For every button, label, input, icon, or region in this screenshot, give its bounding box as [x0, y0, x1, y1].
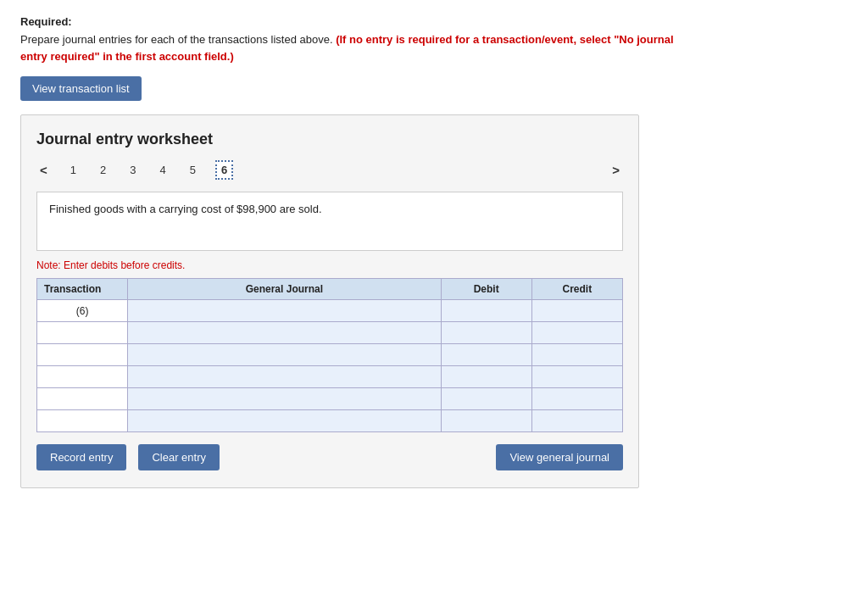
- debit-input[interactable]: [442, 366, 531, 387]
- general-journal-cell[interactable]: [128, 366, 441, 388]
- tab-5[interactable]: 5: [186, 162, 200, 178]
- table-row: [37, 322, 623, 344]
- footer-buttons: Record entry Clear entry View general jo…: [36, 444, 623, 470]
- transaction-cell: [37, 410, 128, 432]
- worksheet-title: Journal entry worksheet: [36, 131, 623, 148]
- table-row: [37, 388, 623, 410]
- transaction-description-box: Finished goods with a carrying cost of $…: [36, 192, 623, 251]
- worksheet-container: Journal entry worksheet < 1 2 3 4 5 6 > …: [20, 114, 639, 488]
- general-journal-input[interactable]: [128, 300, 440, 321]
- debit-cell[interactable]: [441, 300, 531, 322]
- view-general-journal-button[interactable]: View general journal: [496, 444, 623, 470]
- debit-input[interactable]: [442, 300, 531, 321]
- view-transaction-button[interactable]: View transaction list: [20, 76, 142, 101]
- credit-cell[interactable]: [531, 300, 622, 322]
- debit-input[interactable]: [442, 410, 531, 431]
- table-row: [37, 344, 623, 366]
- instructions-text: Prepare journal entries for each of the …: [20, 33, 333, 46]
- credit-cell[interactable]: [531, 366, 622, 388]
- debit-input[interactable]: [442, 322, 531, 343]
- credit-input[interactable]: [532, 344, 622, 365]
- tab-6[interactable]: 6: [215, 160, 233, 180]
- credit-input[interactable]: [532, 388, 622, 409]
- note-text: Note: Enter debits before credits.: [36, 259, 623, 271]
- col-header-transaction: Transaction: [37, 279, 128, 300]
- credit-cell[interactable]: [531, 344, 622, 366]
- general-journal-cell[interactable]: [128, 300, 441, 322]
- transaction-cell: [37, 366, 128, 388]
- transaction-cell: (6): [37, 300, 128, 322]
- record-entry-button[interactable]: Record entry: [36, 444, 126, 470]
- tab-1[interactable]: 1: [66, 162, 81, 178]
- clear-entry-button[interactable]: Clear entry: [138, 444, 220, 470]
- tab-2[interactable]: 2: [96, 162, 110, 178]
- debit-cell[interactable]: [441, 410, 531, 432]
- general-journal-input[interactable]: [128, 322, 440, 343]
- table-row: [37, 410, 623, 432]
- transaction-description-text: Finished goods with a carrying cost of $…: [49, 203, 322, 215]
- general-journal-cell[interactable]: [128, 322, 441, 344]
- next-tab-arrow[interactable]: >: [609, 161, 623, 179]
- debit-input[interactable]: [442, 344, 531, 365]
- debit-cell[interactable]: [441, 344, 531, 366]
- col-header-general-journal: General Journal: [128, 279, 441, 300]
- general-journal-cell[interactable]: [128, 410, 441, 432]
- general-journal-input[interactable]: [128, 388, 440, 409]
- credit-input[interactable]: [532, 410, 622, 431]
- transaction-cell: [37, 388, 128, 410]
- transaction-cell: [37, 322, 128, 344]
- debit-cell[interactable]: [441, 366, 531, 388]
- credit-cell[interactable]: [531, 410, 622, 432]
- general-journal-input[interactable]: [128, 410, 440, 431]
- tab-nav: < 1 2 3 4 5 6 >: [36, 160, 623, 180]
- instructions: Prepare journal entries for each of the …: [20, 31, 682, 64]
- credit-cell[interactable]: [531, 388, 622, 410]
- debit-cell[interactable]: [441, 388, 531, 410]
- general-journal-input[interactable]: [128, 344, 440, 365]
- col-header-credit: Credit: [531, 279, 622, 300]
- required-label: Required:: [20, 15, 848, 28]
- general-journal-input[interactable]: [128, 366, 440, 387]
- transaction-cell: [37, 344, 128, 366]
- journal-table: Transaction General Journal Debit Credit…: [36, 278, 623, 432]
- table-row: (6): [37, 300, 623, 322]
- general-journal-cell[interactable]: [128, 388, 441, 410]
- col-header-debit: Debit: [441, 279, 531, 300]
- credit-cell[interactable]: [531, 322, 622, 344]
- general-journal-cell[interactable]: [128, 344, 441, 366]
- credit-input[interactable]: [532, 300, 622, 321]
- credit-input[interactable]: [532, 366, 622, 387]
- credit-input[interactable]: [532, 322, 622, 343]
- tab-4[interactable]: 4: [155, 162, 170, 178]
- table-row: [37, 366, 623, 388]
- debit-cell[interactable]: [441, 322, 531, 344]
- prev-tab-arrow[interactable]: <: [36, 161, 51, 179]
- debit-input[interactable]: [442, 388, 531, 409]
- tab-3[interactable]: 3: [125, 162, 140, 178]
